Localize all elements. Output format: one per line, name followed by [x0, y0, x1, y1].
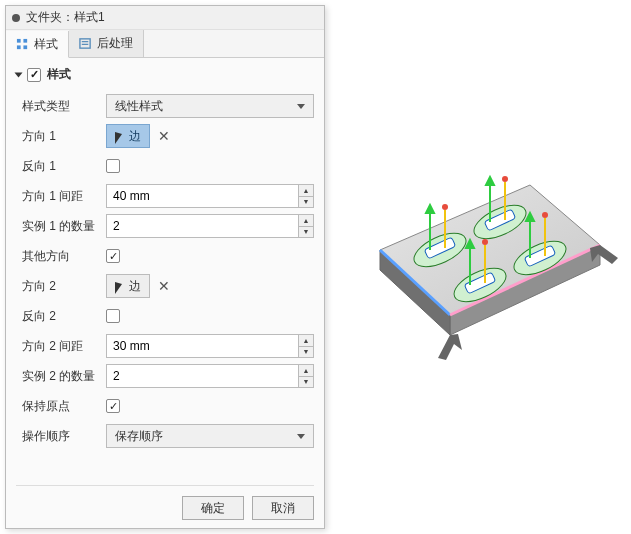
spacing2-down[interactable]: ▼ [299, 347, 313, 358]
reverse1-label: 反向 1 [16, 158, 106, 175]
pattern-dialog: 文件夹：样式1 样式 后处理 样式 样式类型 线性样式 [5, 5, 325, 529]
direction1-clear-button[interactable]: ✕ [156, 128, 172, 144]
direction2-edge-button[interactable]: 边 [106, 274, 150, 298]
pattern-icon [16, 38, 29, 51]
otherdir-label: 其他方向 [16, 248, 106, 265]
spacing2-label: 方向 2 间距 [16, 338, 106, 355]
svg-rect-0 [17, 38, 21, 42]
pattern-type-dropdown[interactable]: 线性样式 [106, 94, 314, 118]
tabbar: 样式 后处理 [6, 30, 324, 58]
ok-button[interactable]: 确定 [182, 496, 244, 520]
spacing1-label: 方向 1 间距 [16, 188, 106, 205]
pattern-type-value: 线性样式 [115, 98, 163, 115]
reverse2-checkbox[interactable] [106, 309, 120, 323]
chevron-down-icon [297, 104, 305, 109]
svg-point-33 [542, 212, 548, 218]
count1-spinner[interactable]: ▲▼ [106, 214, 314, 238]
section-title: 样式 [47, 66, 71, 83]
spacing1-up[interactable]: ▲ [299, 185, 313, 197]
svg-point-27 [442, 204, 448, 210]
spacing2-up[interactable]: ▲ [299, 335, 313, 347]
section-header[interactable]: 样式 [16, 66, 314, 83]
count2-down[interactable]: ▼ [299, 377, 313, 388]
count1-input[interactable] [106, 214, 298, 238]
pattern-type-label: 样式类型 [16, 98, 106, 115]
svg-rect-4 [80, 39, 90, 48]
count2-label: 实例 2 的数量 [16, 368, 106, 385]
svg-point-29 [502, 176, 508, 182]
svg-marker-19 [426, 205, 434, 213]
order-value: 保存顺序 [115, 428, 163, 445]
count2-up[interactable]: ▲ [299, 365, 313, 377]
spacing1-input[interactable] [106, 184, 298, 208]
svg-marker-35 [438, 334, 462, 360]
order-dropdown[interactable]: 保存顺序 [106, 424, 314, 448]
tab-postprocess[interactable]: 后处理 [69, 30, 144, 57]
chevron-down-icon [297, 434, 305, 439]
svg-rect-1 [23, 38, 27, 42]
direction1-edge-button[interactable]: 边 [106, 124, 150, 148]
direction1-label: 方向 1 [16, 128, 106, 145]
keep-origin-label: 保持原点 [16, 398, 106, 415]
svg-rect-2 [17, 45, 21, 49]
title-bullet-icon [12, 14, 20, 22]
tab-postprocess-label: 后处理 [97, 35, 133, 52]
direction2-label: 方向 2 [16, 278, 106, 295]
titlebar: 文件夹：样式1 [6, 6, 324, 30]
tab-style[interactable]: 样式 [6, 31, 69, 58]
direction2-clear-button[interactable]: ✕ [156, 278, 172, 294]
spacing2-spinner[interactable]: ▲▼ [106, 334, 314, 358]
cursor-icon [115, 281, 125, 291]
svg-marker-21 [486, 177, 494, 185]
svg-point-31 [482, 239, 488, 245]
dialog-body: 样式 样式类型 线性样式 方向 1 边 ✕ 反向 1 [6, 58, 324, 459]
spacing1-spinner[interactable]: ▲▼ [106, 184, 314, 208]
reverse2-label: 反向 2 [16, 308, 106, 325]
count1-label: 实例 1 的数量 [16, 218, 106, 235]
spacing1-down[interactable]: ▼ [299, 197, 313, 208]
otherdir-checkbox[interactable] [106, 249, 120, 263]
3d-viewport[interactable] [340, 130, 620, 410]
dialog-footer: 确定 取消 [16, 485, 314, 520]
reverse1-checkbox[interactable] [106, 159, 120, 173]
edge-button-label-2: 边 [129, 278, 141, 295]
count1-down[interactable]: ▼ [299, 227, 313, 238]
section-checkbox[interactable] [27, 68, 41, 82]
spacing2-input[interactable] [106, 334, 298, 358]
cursor-icon [115, 131, 125, 141]
order-label: 操作顺序 [16, 428, 106, 445]
count2-input[interactable] [106, 364, 298, 388]
dialog-title: 文件夹：样式1 [26, 9, 105, 26]
cancel-button[interactable]: 取消 [252, 496, 314, 520]
expand-icon [15, 72, 23, 77]
count2-spinner[interactable]: ▲▼ [106, 364, 314, 388]
edge-button-label: 边 [129, 128, 141, 145]
postprocess-icon [79, 37, 92, 50]
keep-origin-checkbox[interactable] [106, 399, 120, 413]
svg-rect-3 [23, 45, 27, 49]
count1-up[interactable]: ▲ [299, 215, 313, 227]
tab-style-label: 样式 [34, 36, 58, 53]
